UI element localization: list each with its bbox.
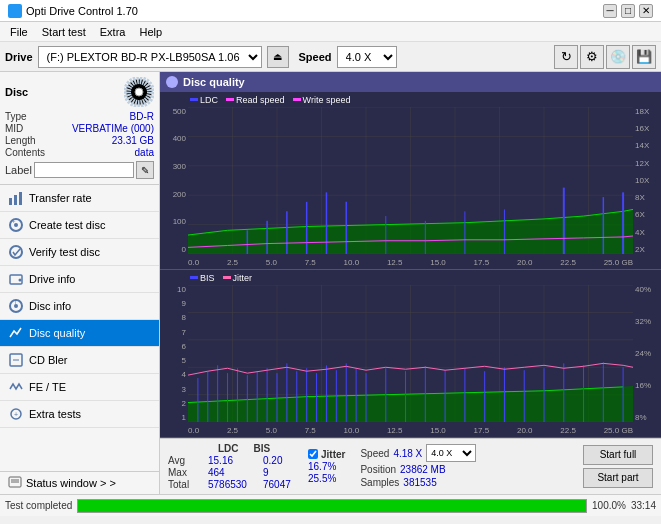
write-speed-legend: Write speed	[293, 95, 351, 105]
extra-icon: +	[8, 406, 24, 422]
total-label: Total	[168, 479, 203, 490]
disc-info-icon: i	[8, 298, 24, 314]
menu-start-test[interactable]: Start test	[36, 25, 92, 39]
chart-panel-title: Disc quality	[183, 76, 245, 88]
progress-percent: 100.0%	[592, 500, 626, 511]
menu-extra[interactable]: Extra	[94, 25, 132, 39]
length-label: Length	[5, 135, 36, 146]
drive-label: Drive	[5, 51, 33, 63]
progress-area: Test completed 100.0% 33:14	[0, 494, 661, 516]
sidebar-item-fe-te[interactable]: FE / TE	[0, 374, 159, 401]
avg-label: Avg	[168, 455, 203, 466]
length-value: 23.31 GB	[112, 135, 154, 146]
bis-dot	[190, 276, 198, 279]
refresh-button[interactable]: ↻	[554, 45, 578, 69]
bottom-chart-legend: BIS Jitter	[190, 273, 252, 283]
chart-icon	[8, 190, 24, 206]
read-speed-legend: Read speed	[226, 95, 285, 105]
stats-jitter: Jitter 16.7% 25.5%	[308, 449, 345, 484]
titlebar-controls: ─ □ ✕	[603, 4, 653, 18]
close-button[interactable]: ✕	[639, 4, 653, 18]
type-label: Type	[5, 111, 27, 122]
nav-label-create: Create test disc	[29, 219, 105, 231]
avg-bis: 0.20	[263, 455, 293, 466]
position-label: Position	[360, 464, 396, 475]
ldc-label: LDC	[200, 95, 218, 105]
read-speed-label: Read speed	[236, 95, 285, 105]
start-full-button[interactable]: Start full	[583, 445, 653, 465]
stats-speed-pos: Speed 4.18 X 4.0 X Position 23862 MB Sam…	[360, 444, 476, 488]
write-speed-label: Write speed	[303, 95, 351, 105]
stats-bar: LDC BIS Avg 15.16 0.20 Max 464 9 Total 5…	[160, 438, 661, 494]
status-window-button[interactable]: Status window > >	[0, 471, 159, 494]
menu-file[interactable]: File	[4, 25, 34, 39]
svg-text:i: i	[15, 299, 16, 305]
svg-point-1	[135, 88, 143, 96]
nav-label-fe-te: FE / TE	[29, 381, 66, 393]
save-button[interactable]: 💾	[632, 45, 656, 69]
top-chart-svg	[188, 107, 633, 254]
disc-mid-row: MID VERBATIMe (000)	[5, 123, 154, 134]
sidebar-item-disc-quality[interactable]: Disc quality	[0, 320, 159, 347]
nav-label-drive-info: Drive info	[29, 273, 75, 285]
start-part-button[interactable]: Start part	[583, 468, 653, 488]
maximize-button[interactable]: □	[621, 4, 635, 18]
drive-select[interactable]: (F:) PLEXTOR BD-R PX-LB950SA 1.06	[38, 46, 262, 68]
burn-button[interactable]: 💿	[606, 45, 630, 69]
max-label: Max	[168, 467, 203, 478]
label-edit-button[interactable]: ✎	[136, 161, 154, 179]
svg-rect-5	[19, 192, 22, 205]
toolbar-buttons: ↻ ⚙ 💿 💾	[554, 45, 656, 69]
chart-panel-header: Disc quality	[160, 72, 661, 92]
sidebar-item-create-test[interactable]: + Create test disc	[0, 212, 159, 239]
mid-label: MID	[5, 123, 23, 134]
main-layout: Disc Type BD-R MID VERBATIMe (000) Lengt…	[0, 72, 661, 494]
sidebar-item-verify[interactable]: Verify test disc	[0, 239, 159, 266]
max-row: Max 464 9	[168, 467, 293, 478]
sidebar-item-drive-info[interactable]: Drive info	[0, 266, 159, 293]
jitter-dot	[223, 276, 231, 279]
bottom-chart-area: BIS Jitter 10 9 8 7 6 5 4 3 2 1	[160, 270, 661, 438]
mid-value: VERBATIMe (000)	[72, 123, 154, 134]
sidebar-item-disc-info[interactable]: i Disc info	[0, 293, 159, 320]
jitter-col-header: Jitter	[321, 449, 345, 460]
settings-button[interactable]: ⚙	[580, 45, 604, 69]
ldc-legend: LDC	[190, 95, 218, 105]
sidebar-item-extra[interactable]: + Extra tests	[0, 401, 159, 428]
contents-label: Contents	[5, 147, 45, 158]
contents-value: data	[135, 147, 154, 158]
label-key: Label	[5, 164, 32, 176]
content-area: Disc quality LDC Read speed Write speed	[160, 72, 661, 494]
top-chart-legend: LDC Read speed Write speed	[190, 95, 350, 105]
speed-select[interactable]: 4.0 X	[337, 46, 397, 68]
bottom-chart-y-left: 10 9 8 7 6 5 4 3 2 1	[160, 285, 188, 422]
nav-label-verify: Verify test disc	[29, 246, 100, 258]
status-window-label: Status window > >	[26, 477, 116, 489]
svg-point-11	[19, 279, 22, 282]
menu-help[interactable]: Help	[133, 25, 168, 39]
sidebar-item-cd-bler[interactable]: CD Bler	[0, 347, 159, 374]
write-speed-dot	[293, 98, 301, 101]
titlebar-left: Opti Drive Control 1.70	[8, 4, 138, 18]
top-chart-x-labels: 0.0 2.5 5.0 7.5 10.0 12.5 15.0 17.5 20.0…	[188, 258, 633, 267]
avg-ldc: 15.16	[208, 455, 258, 466]
speed-label: Speed	[360, 448, 389, 459]
disc-label-row: Label ✎	[5, 161, 154, 179]
disc-type-row: Type BD-R	[5, 111, 154, 122]
total-ldc: 5786530	[208, 479, 258, 490]
progress-bar-container	[77, 499, 587, 513]
speed-select-stats[interactable]: 4.0 X	[426, 444, 476, 462]
status-window-icon	[8, 476, 22, 490]
total-row: Total 5786530 76047	[168, 479, 293, 490]
minimize-button[interactable]: ─	[603, 4, 617, 18]
jitter-header-row: Jitter	[308, 449, 345, 460]
label-input[interactable]	[34, 162, 134, 178]
bler-icon	[8, 352, 24, 368]
jitter-checkbox[interactable]	[308, 449, 318, 459]
read-speed-dot	[226, 98, 234, 101]
app-icon	[8, 4, 22, 18]
position-value: 23862 MB	[400, 464, 446, 475]
svg-text:+: +	[12, 218, 16, 224]
sidebar-item-transfer-rate[interactable]: Transfer rate	[0, 185, 159, 212]
eject-button[interactable]: ⏏	[267, 46, 289, 68]
